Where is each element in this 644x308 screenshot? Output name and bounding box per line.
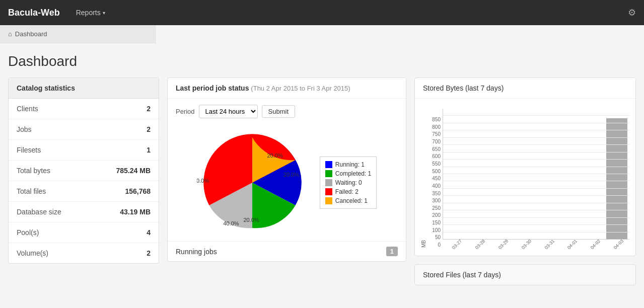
- running-jobs-badge: 1: [386, 247, 398, 256]
- catalog-statistics-panel: Catalog statistics Clients 2 Jobs 2 File…: [8, 78, 159, 264]
- pie-label-running: 20.0%: [283, 172, 299, 178]
- y-tick: 600: [432, 153, 441, 159]
- legend-row: Running: 1: [325, 161, 371, 168]
- y-tick: 150: [432, 220, 441, 225]
- legend-color: [325, 161, 332, 168]
- pie-svg: 20.0% 20.0% 20.0% 40.0% 20.0%: [197, 132, 308, 233]
- legend-row: Failed: 2: [325, 188, 371, 195]
- catalog-header: Catalog statistics: [9, 78, 159, 99]
- y-tick: 50: [435, 235, 441, 240]
- bar-chart-wrapper: 0501001502002503003504004505005506006507…: [427, 107, 629, 248]
- catalog-row-value: 156,768: [125, 187, 151, 195]
- stored-files-header: Stored Files (last 7 days): [415, 265, 635, 285]
- bar-col: [606, 118, 627, 239]
- y-tick: 400: [432, 183, 441, 189]
- y-tick: 550: [432, 161, 441, 167]
- job-status-subtitle: (Thu 2 Apr 2015 to Fri 3 Apr 2015): [251, 85, 350, 92]
- catalog-row: Total files 156,768: [9, 181, 159, 202]
- stored-files-card: Stored Files (last 7 days): [414, 264, 636, 285]
- legend-row: Canceled: 1: [325, 197, 371, 204]
- catalog-row-value: 4: [147, 228, 151, 237]
- period-label: Period: [176, 108, 195, 115]
- brand-logo: Bacula-Web: [8, 8, 60, 18]
- catalog-row: Jobs 2: [9, 119, 159, 140]
- catalog-row-label: Pool(s): [17, 228, 39, 237]
- legend-color: [325, 170, 332, 177]
- y-tick: 450: [432, 176, 441, 181]
- legend-label: Canceled: 1: [335, 197, 368, 204]
- y-tick: 700: [432, 139, 441, 144]
- catalog-row-value: 43.19 MB: [120, 208, 151, 216]
- legend-color: [325, 188, 332, 195]
- pie-legend: Running: 1 Completed: 1 Waiting: 0 Faile…: [320, 157, 377, 209]
- y-tick: 650: [432, 146, 441, 152]
- reports-caret-icon: ▾: [103, 10, 105, 16]
- legend-color: [325, 179, 332, 186]
- catalog-row-label: Jobs: [17, 125, 32, 133]
- reports-menu[interactable]: Reports ▾: [70, 0, 111, 25]
- period-select[interactable]: Last 24 hours Last week Last month: [199, 105, 258, 118]
- catalog-row-label: Clients: [17, 105, 38, 113]
- catalog-row: Clients 2: [9, 99, 159, 119]
- pie-label-waiting: 20.0%: [197, 178, 209, 184]
- y-tick: 200: [432, 212, 441, 218]
- legend-label: Completed: 1: [335, 170, 371, 177]
- catalog-card: Catalog statistics Clients 2 Jobs 2 File…: [8, 78, 159, 264]
- catalog-row-value: 2: [147, 125, 151, 133]
- x-labels: 03-2703-2803-2903-3003-3104-0104-0204-03: [443, 240, 629, 248]
- catalog-row: Pool(s) 4: [9, 222, 159, 243]
- bars-area: 03-2703-2803-2903-3003-3104-0104-0204-03: [443, 109, 629, 248]
- catalog-row-label: Total bytes: [17, 167, 50, 175]
- pie-label-completed: 20.0%: [243, 217, 259, 223]
- catalog-row-value: 785.24 MB: [116, 167, 151, 175]
- submit-button[interactable]: Submit: [262, 105, 295, 118]
- stored-bytes-card: Stored Bytes (last 7 days) MB 0501001502…: [414, 78, 636, 256]
- catalog-rows: Clients 2 Jobs 2 Filesets 1 Total bytes …: [9, 99, 159, 263]
- legend-row: Waiting: 0: [325, 179, 371, 186]
- catalog-row-value: 2: [147, 105, 151, 113]
- catalog-row: Database size 43.19 MB: [9, 202, 159, 222]
- navbar-left: Bacula-Web Reports ▾: [8, 0, 111, 25]
- job-card-header: Last period job status (Thu 2 Apr 2015 t…: [168, 78, 406, 99]
- y-tick: 500: [432, 169, 441, 174]
- right-panel: Stored Bytes (last 7 days) MB 0501001502…: [414, 78, 636, 285]
- breadcrumb: ⌂ Dashboard: [0, 25, 156, 43]
- legend-label: Failed: 2: [335, 188, 359, 195]
- catalog-row: Filesets 1: [9, 140, 159, 161]
- y-tick: 850: [432, 117, 441, 122]
- catalog-row: Volume(s) 2: [9, 243, 159, 263]
- catalog-row-label: Total files: [17, 187, 46, 195]
- breadcrumb-label: Dashboard: [15, 30, 47, 38]
- y-tick: 250: [432, 205, 441, 211]
- stored-bytes-header: Stored Bytes (last 7 days): [415, 78, 635, 99]
- pie-label-failed: 40.0%: [223, 220, 239, 226]
- catalog-row-label: Filesets: [17, 146, 41, 154]
- y-axis-label: MB: [421, 107, 426, 248]
- home-icon: ⌂: [8, 30, 12, 38]
- bar-chart-inner: 0501001502002503003504004505005506006507…: [427, 107, 629, 248]
- catalog-row-label: Volume(s): [17, 249, 48, 257]
- job-card: Last period job status (Thu 2 Apr 2015 t…: [167, 78, 406, 262]
- y-tick: 750: [432, 131, 441, 137]
- catalog-row-value: 1: [147, 146, 151, 154]
- pie-chart: 20.0% 20.0% 20.0% 40.0% 20.0%: [197, 132, 308, 233]
- legend-label: Running: 1: [335, 161, 365, 168]
- job-status-title: Last period job status: [176, 84, 249, 92]
- bar-chart-outer: MB 0501001502002503003504004505005506006…: [419, 103, 631, 252]
- settings-icon[interactable]: ⚙: [628, 7, 636, 18]
- y-tick: 0: [438, 242, 441, 248]
- stored-bytes-body: MB 0501001502002503003504004505005506006…: [415, 99, 635, 256]
- catalog-row-value: 2: [147, 249, 151, 257]
- main-content: Catalog statistics Clients 2 Jobs 2 File…: [0, 78, 644, 293]
- running-jobs-label: Running jobs: [176, 248, 217, 256]
- y-tick: 300: [432, 198, 441, 203]
- catalog-row: Total bytes 785.24 MB: [9, 161, 159, 181]
- bar: [606, 118, 627, 239]
- job-status-panel: Last period job status (Thu 2 Apr 2015 t…: [167, 78, 406, 270]
- chart-area: 20.0% 20.0% 20.0% 40.0% 20.0% Running: 1…: [168, 124, 406, 241]
- y-tick: 100: [432, 227, 441, 233]
- running-jobs-bar: Running jobs 1: [168, 241, 406, 261]
- pie-label-canceled: 20.0%: [267, 152, 282, 159]
- navbar: Bacula-Web Reports ▾ ⚙: [0, 0, 644, 25]
- period-row: Period Last 24 hours Last week Last mont…: [168, 99, 406, 124]
